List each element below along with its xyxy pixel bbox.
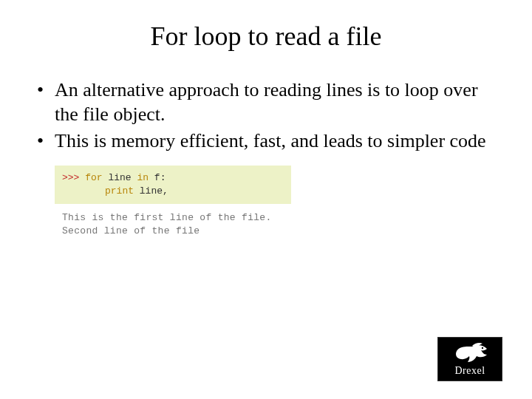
output-line: Second line of the file <box>62 225 284 238</box>
bullet-item: This is memory efficient, fast, and lead… <box>37 129 502 154</box>
keyword-in: in <box>137 172 149 183</box>
code-example: >>> for line in f: print line, This is t… <box>55 166 291 243</box>
code-text: line, <box>134 185 168 197</box>
keyword-print: print <box>105 185 134 197</box>
logo-text: Drexel <box>454 365 485 377</box>
code-line: >>> for line in f: <box>62 171 284 185</box>
code-text: line <box>103 172 137 183</box>
code-text: f: <box>149 172 166 183</box>
bullet-item: An alternative approach to reading lines… <box>37 78 502 126</box>
code-output: This is the first line of the file. Seco… <box>55 204 291 242</box>
dragon-icon <box>450 341 490 366</box>
keyword-for: for <box>85 172 102 183</box>
bullet-list: An alternative approach to reading lines… <box>30 78 502 154</box>
output-line: This is the first line of the file. <box>62 211 284 225</box>
slide-title: For loop to read a file <box>30 21 502 52</box>
slide: For loop to read a file An alternative a… <box>0 0 532 399</box>
svg-point-0 <box>482 347 483 349</box>
prompt-icon: >>> <box>62 172 79 183</box>
code-input: >>> for line in f: print line, <box>55 166 291 204</box>
drexel-logo: Drexel <box>437 337 502 381</box>
code-line: print line, <box>62 185 284 198</box>
